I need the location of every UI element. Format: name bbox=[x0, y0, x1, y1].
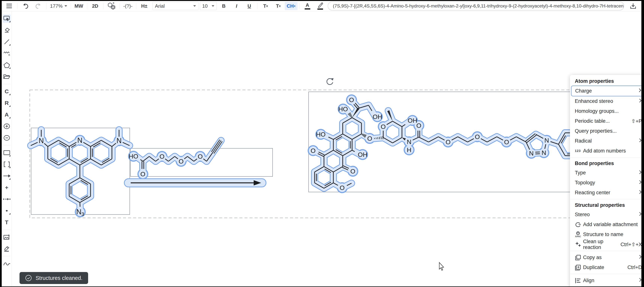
structure-name-text: (7S,9S)-7-[(2R,4S,5S,6S)-4-Amino-5-hydro… bbox=[333, 3, 624, 8]
menu-item-label: Homology groups... bbox=[575, 108, 642, 114]
atom-carbon-tool[interactable]: C bbox=[2, 87, 11, 95]
chemical-formula-button[interactable]: CHx bbox=[285, 2, 298, 10]
menu-item-add-atom-numbers[interactable]: 123Add atom numbers bbox=[570, 146, 642, 156]
atom-label[interactable]: HO bbox=[129, 153, 138, 160]
charge-plus-tool[interactable] bbox=[2, 122, 11, 130]
toast-text: Structures cleaned. bbox=[36, 275, 82, 281]
atom-label[interactable]: O bbox=[446, 138, 450, 146]
atom-label[interactable]: N bbox=[529, 150, 534, 157]
underline-button[interactable]: U bbox=[243, 2, 256, 10]
menu-item-clean-up-reaction[interactable]: Clean up reactionCtrl+⇧+X bbox=[570, 239, 642, 249]
zoom-select[interactable]: 177% bbox=[48, 2, 69, 10]
atom-label[interactable]: O bbox=[179, 158, 184, 165]
atom-label[interactable]: O bbox=[350, 168, 355, 175]
atom-label[interactable]: HO bbox=[338, 105, 348, 113]
rgroup-tool[interactable]: R bbox=[2, 99, 11, 107]
charge-minus-tool[interactable] bbox=[2, 134, 11, 142]
menu-item-radical[interactable]: Radical bbox=[570, 136, 642, 146]
freehand-tool[interactable] bbox=[2, 260, 11, 268]
italic-button[interactable]: I bbox=[230, 2, 243, 10]
menu-item-add-variable-attachment[interactable]: Add variable attachment bbox=[570, 220, 642, 230]
atom-label[interactable]: O bbox=[381, 123, 386, 130]
menu-item-label: Stereo bbox=[575, 212, 639, 218]
superscript-button[interactable]: Tx bbox=[259, 2, 272, 10]
download-icon bbox=[630, 3, 636, 9]
undo-button[interactable] bbox=[19, 2, 32, 10]
atom-label[interactable]: N bbox=[77, 136, 82, 144]
subscript-button[interactable]: Tx bbox=[272, 2, 285, 10]
atom-label[interactable]: O bbox=[349, 96, 354, 103]
menu-item-homology-groups[interactable]: Homology groups... bbox=[570, 106, 642, 116]
chevron-right-icon bbox=[639, 190, 642, 196]
eraser-tool[interactable] bbox=[2, 26, 11, 34]
bond-tool[interactable] bbox=[2, 38, 11, 46]
highlight-tool[interactable] bbox=[2, 245, 11, 253]
reaction-plus-tool[interactable]: + bbox=[2, 183, 11, 192]
atom-label[interactable]: HO bbox=[316, 131, 326, 138]
menu-item-copy-as[interactable]: Copy as bbox=[570, 253, 642, 263]
menu-item-periodic-table[interactable]: Periodic table...⇧+P bbox=[570, 116, 642, 126]
menu-item-align[interactable]: Align bbox=[570, 276, 642, 286]
atom-label[interactable]: O bbox=[504, 138, 509, 146]
image-tool[interactable] bbox=[2, 233, 11, 241]
menu-item-label: Add atom numbers bbox=[583, 148, 642, 154]
atom-label[interactable]: O bbox=[160, 153, 164, 160]
atom-label[interactable]: O bbox=[198, 153, 203, 160]
atom-label[interactable]: N bbox=[544, 137, 549, 144]
bracket-tool[interactable] bbox=[2, 160, 11, 168]
molecular-weight-button[interactable]: MW bbox=[72, 2, 85, 10]
selection-tool[interactable] bbox=[2, 14, 11, 23]
chevron-icon bbox=[639, 170, 642, 174]
chevron-right-icon bbox=[639, 180, 642, 186]
template-library-tool[interactable] bbox=[2, 72, 11, 81]
hamburger-icon bbox=[6, 3, 12, 8]
any-atom-tool[interactable]: A bbox=[2, 110, 11, 119]
menu-item-topology[interactable]: Topology bbox=[570, 178, 642, 188]
atom-label[interactable]: N bbox=[116, 137, 122, 145]
text-tool[interactable]: T bbox=[2, 218, 11, 227]
atom-label[interactable]: H bbox=[407, 146, 412, 153]
ring-template-tool[interactable] bbox=[2, 61, 11, 69]
highlight-color-button[interactable] bbox=[314, 2, 326, 10]
menu-item-type[interactable]: Type bbox=[570, 168, 642, 178]
main-menu-button[interactable] bbox=[3, 2, 16, 10]
aromatize-button[interactable] bbox=[105, 2, 118, 10]
bold-button[interactable]: B bbox=[218, 2, 230, 10]
atom-label[interactable]: OH bbox=[373, 113, 382, 120]
stereo-dot-tool[interactable] bbox=[2, 207, 11, 215]
menu-item-enhanced-stereo[interactable]: Enhanced stereo bbox=[570, 96, 642, 106]
menu-item-query-properties[interactable]: Query properties... bbox=[570, 126, 642, 136]
atom-label[interactable]: O bbox=[311, 147, 316, 154]
font-size-select[interactable]: 10 bbox=[200, 2, 217, 10]
menu-item-structure-to-name[interactable]: IUPACStructure to name bbox=[570, 230, 642, 239]
reaction-arrow-tool[interactable] bbox=[2, 172, 11, 180]
atom-label[interactable]: N bbox=[38, 137, 44, 145]
menu-item-duplicate[interactable]: DuplicateCtrl+D bbox=[570, 263, 642, 272]
add-remove-hydrogens-button[interactable]: H± bbox=[138, 2, 151, 10]
font-family-select[interactable]: Arial bbox=[152, 2, 198, 10]
atom-label[interactable]: O bbox=[140, 170, 145, 178]
structure-name-field[interactable]: (7S,9S)-7-[(2R,4S,5S,6S)-4-Amino-5-hydro… bbox=[328, 1, 624, 10]
atom-label[interactable]: O bbox=[416, 122, 421, 129]
canvas[interactable]: NNNN3HOOOOOOHOOHHOOOHOOOOOHNHOOOONNN bbox=[2, 1, 642, 287]
chain-tool[interactable]: n bbox=[2, 49, 11, 57]
menu-item-charge[interactable]: Charge bbox=[571, 86, 642, 96]
reaction-mapping-tool[interactable] bbox=[2, 195, 11, 203]
cip-priority-button[interactable]: -(?)- bbox=[122, 2, 134, 10]
atom-label[interactable]: OH bbox=[358, 151, 368, 158]
2d-layout-button[interactable]: 2D bbox=[89, 2, 102, 10]
atom-label[interactable]: N bbox=[542, 149, 546, 156]
redo-icon bbox=[35, 3, 42, 9]
redo-button[interactable] bbox=[32, 2, 44, 10]
menu-item-stereo[interactable]: Stereo bbox=[570, 210, 642, 220]
atom-label[interactable]: OH bbox=[408, 117, 417, 124]
font-color-button[interactable]: A bbox=[301, 2, 314, 10]
menu-item-reacting-center[interactable]: Reacting center bbox=[570, 188, 642, 198]
atom-label[interactable]: N bbox=[407, 138, 412, 145]
atom-label[interactable]: O bbox=[475, 133, 480, 140]
download-button[interactable] bbox=[627, 2, 640, 10]
atom-label[interactable]: O bbox=[340, 184, 344, 191]
shape-tool[interactable] bbox=[2, 149, 11, 157]
menu-item-label: Align bbox=[583, 278, 639, 284]
atom-label[interactable]: O bbox=[367, 135, 372, 142]
